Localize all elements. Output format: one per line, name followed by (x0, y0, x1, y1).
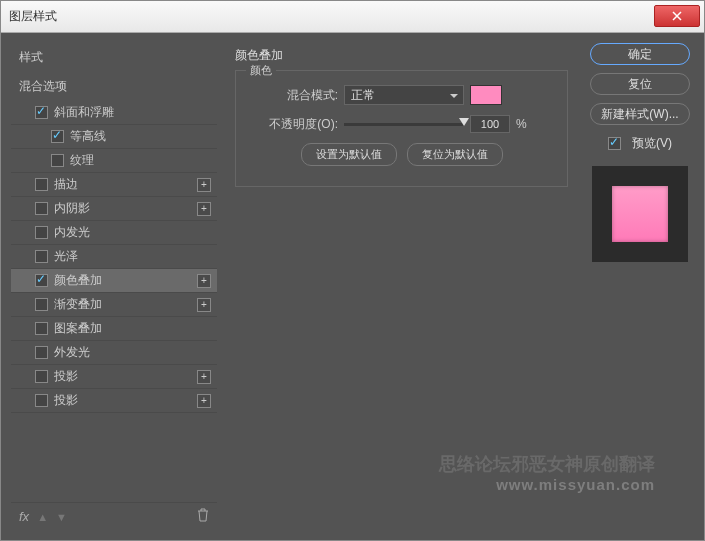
slider-thumb-icon[interactable] (459, 118, 469, 126)
blend-mode-label: 混合模式: (248, 87, 338, 104)
cancel-button[interactable]: 复位 (590, 73, 690, 95)
opacity-label: 不透明度(O): (248, 116, 338, 133)
watermark-line2: www.missyuan.com (439, 476, 655, 493)
effect-label: 投影 (54, 392, 78, 409)
effect-row[interactable]: 纹理 (11, 149, 217, 173)
effect-checkbox[interactable] (35, 394, 48, 407)
effect-label: 颜色叠加 (54, 272, 102, 289)
set-default-button[interactable]: 设置为默认值 (301, 143, 397, 166)
effect-label: 纹理 (70, 152, 94, 169)
preview-swatch (612, 186, 668, 242)
effect-checkbox[interactable] (35, 274, 48, 287)
blend-options[interactable]: 混合选项 (11, 72, 217, 101)
opacity-input[interactable]: 100 (470, 115, 510, 133)
window-title: 图层样式 (9, 8, 57, 25)
new-style-button[interactable]: 新建样式(W)... (590, 103, 690, 125)
effect-row[interactable]: 斜面和浮雕 (11, 101, 217, 125)
effect-row[interactable]: 颜色叠加+ (11, 269, 217, 293)
effect-checkbox[interactable] (51, 130, 64, 143)
watermark-line1: 思络论坛邪恶女神原创翻译 (439, 452, 655, 476)
effect-label: 等高线 (70, 128, 106, 145)
group-label: 颜色 (246, 63, 276, 78)
effect-checkbox[interactable] (35, 370, 48, 383)
add-effect-icon[interactable]: + (197, 298, 211, 312)
sidebar: 样式 混合选项 斜面和浮雕等高线纹理描边+内阴影+内发光光泽颜色叠加+渐变叠加+… (11, 43, 217, 530)
effect-label: 内发光 (54, 224, 90, 241)
effect-checkbox[interactable] (35, 178, 48, 191)
effect-checkbox[interactable] (35, 250, 48, 263)
trash-icon[interactable] (197, 508, 209, 526)
effect-label: 斜面和浮雕 (54, 104, 114, 121)
styles-header[interactable]: 样式 (11, 43, 217, 72)
preview-checkbox[interactable] (608, 137, 621, 150)
effect-row[interactable]: 描边+ (11, 173, 217, 197)
blend-mode-value: 正常 (351, 87, 375, 104)
effect-checkbox[interactable] (35, 346, 48, 359)
opacity-slider[interactable] (344, 123, 464, 126)
opacity-row: 不透明度(O): 100 % (248, 115, 555, 133)
add-effect-icon[interactable]: + (197, 178, 211, 192)
color-swatch[interactable] (470, 85, 502, 105)
effect-row[interactable]: 投影+ (11, 389, 217, 413)
effect-label: 内阴影 (54, 200, 90, 217)
color-group: 颜色 混合模式: 正常 不透明度(O): 100 % 设置为默认值 复位为默认 (235, 70, 568, 187)
titlebar: 图层样式 (1, 1, 704, 33)
effect-row[interactable]: 渐变叠加+ (11, 293, 217, 317)
add-effect-icon[interactable]: + (197, 274, 211, 288)
effect-checkbox[interactable] (35, 106, 48, 119)
effect-checkbox[interactable] (35, 298, 48, 311)
effect-label: 描边 (54, 176, 78, 193)
effect-checkbox[interactable] (35, 202, 48, 215)
panel-title: 颜色叠加 (235, 47, 568, 64)
effect-checkbox[interactable] (35, 226, 48, 239)
effect-checkbox[interactable] (35, 322, 48, 335)
reset-default-button[interactable]: 复位为默认值 (407, 143, 503, 166)
effect-checkbox[interactable] (51, 154, 64, 167)
close-icon (672, 11, 682, 21)
arrow-up-icon[interactable]: ▲ (37, 511, 48, 523)
effect-label: 外发光 (54, 344, 90, 361)
close-button[interactable] (654, 5, 700, 27)
effect-label: 图案叠加 (54, 320, 102, 337)
effect-row[interactable]: 等高线 (11, 125, 217, 149)
effect-row[interactable]: 外发光 (11, 341, 217, 365)
effect-row[interactable]: 投影+ (11, 365, 217, 389)
effect-label: 光泽 (54, 248, 78, 265)
add-effect-icon[interactable]: + (197, 202, 211, 216)
effect-row[interactable]: 光泽 (11, 245, 217, 269)
opacity-unit: % (516, 117, 527, 131)
effect-label: 渐变叠加 (54, 296, 102, 313)
blend-mode-row: 混合模式: 正常 (248, 85, 555, 105)
arrow-down-icon[interactable]: ▼ (56, 511, 67, 523)
add-effect-icon[interactable]: + (197, 370, 211, 384)
effect-label: 投影 (54, 368, 78, 385)
effect-list: 斜面和浮雕等高线纹理描边+内阴影+内发光光泽颜色叠加+渐变叠加+图案叠加外发光投… (11, 101, 217, 502)
preview-label: 预览(V) (632, 135, 672, 152)
effect-row[interactable]: 内发光 (11, 221, 217, 245)
sidebar-footer: fx ▲ ▼ (11, 502, 217, 530)
add-effect-icon[interactable]: + (197, 394, 211, 408)
defaults-row: 设置为默认值 复位为默认值 (248, 143, 555, 166)
preview-box (592, 166, 688, 262)
layer-style-dialog: 图层样式 样式 混合选项 斜面和浮雕等高线纹理描边+内阴影+内发光光泽颜色叠加+… (0, 0, 705, 541)
effect-row[interactable]: 图案叠加 (11, 317, 217, 341)
effect-row[interactable]: 内阴影+ (11, 197, 217, 221)
blend-mode-select[interactable]: 正常 (344, 85, 464, 105)
preview-toggle[interactable]: 预览(V) (608, 135, 672, 152)
fx-label[interactable]: fx (19, 509, 29, 524)
ok-button[interactable]: 确定 (590, 43, 690, 65)
watermark: 思络论坛邪恶女神原创翻译 www.missyuan.com (439, 452, 655, 493)
